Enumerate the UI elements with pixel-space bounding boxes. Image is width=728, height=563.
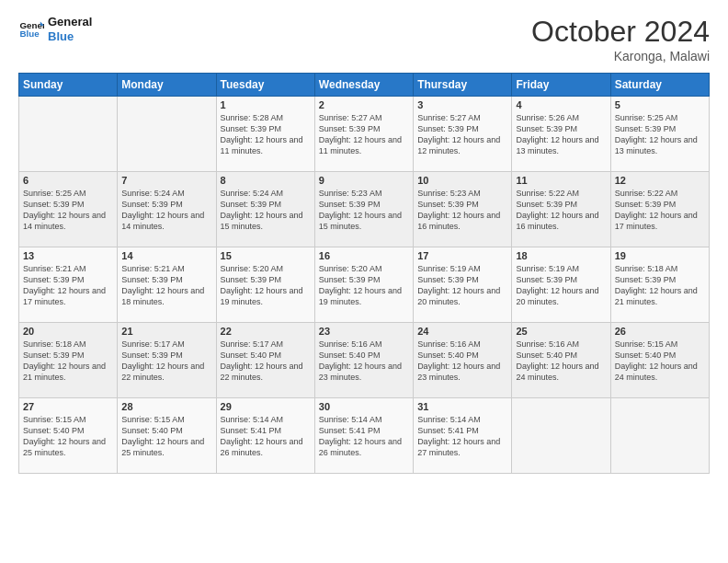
day-info: Sunrise: 5:21 AM Sunset: 5:39 PM Dayligh… [23,263,113,308]
day-info: Sunrise: 5:23 AM Sunset: 5:39 PM Dayligh… [319,188,409,233]
calendar-cell: 9Sunrise: 5:23 AM Sunset: 5:39 PM Daylig… [314,172,413,247]
calendar-cell: 8Sunrise: 5:24 AM Sunset: 5:39 PM Daylig… [216,172,314,247]
day-info: Sunrise: 5:19 AM Sunset: 5:39 PM Dayligh… [417,263,507,308]
calendar-day-header: Monday [118,74,216,97]
day-number: 19 [615,250,705,261]
day-info: Sunrise: 5:25 AM Sunset: 5:39 PM Dayligh… [615,112,705,157]
day-info: Sunrise: 5:16 AM Sunset: 5:40 PM Dayligh… [417,339,507,384]
calendar-cell: 26Sunrise: 5:15 AM Sunset: 5:40 PM Dayli… [610,323,709,398]
svg-text:Blue: Blue [19,29,40,39]
day-info: Sunrise: 5:16 AM Sunset: 5:40 PM Dayligh… [319,339,409,384]
header: General Blue General Blue October 2024 K… [18,15,710,63]
calendar-cell: 31Sunrise: 5:14 AM Sunset: 5:41 PM Dayli… [414,398,512,474]
day-info: Sunrise: 5:19 AM Sunset: 5:39 PM Dayligh… [516,263,606,308]
day-number: 9 [319,175,409,186]
calendar-week-row: 6Sunrise: 5:25 AM Sunset: 5:39 PM Daylig… [19,172,710,247]
day-info: Sunrise: 5:15 AM Sunset: 5:40 PM Dayligh… [121,414,211,459]
day-info: Sunrise: 5:28 AM Sunset: 5:39 PM Dayligh… [221,112,311,157]
day-info: Sunrise: 5:25 AM Sunset: 5:39 PM Dayligh… [23,188,113,233]
day-number: 29 [221,401,311,412]
calendar-day-header: Friday [512,74,610,97]
calendar-cell: 17Sunrise: 5:19 AM Sunset: 5:39 PM Dayli… [414,247,512,323]
day-info: Sunrise: 5:17 AM Sunset: 5:40 PM Dayligh… [221,339,311,384]
calendar-cell: 24Sunrise: 5:16 AM Sunset: 5:40 PM Dayli… [414,323,512,398]
calendar-cell: 23Sunrise: 5:16 AM Sunset: 5:40 PM Dayli… [314,323,413,398]
calendar-cell: 30Sunrise: 5:14 AM Sunset: 5:41 PM Dayli… [314,398,413,474]
location: Karonga, Malawi [531,49,710,63]
calendar-day-header: Saturday [610,74,709,97]
logo-line2: Blue [48,29,92,44]
calendar-week-row: 1Sunrise: 5:28 AM Sunset: 5:39 PM Daylig… [19,97,710,172]
day-number: 23 [319,326,409,337]
day-number: 18 [516,250,606,261]
day-number: 10 [417,175,507,186]
calendar-cell [118,97,216,172]
day-number: 25 [516,326,606,337]
day-number: 16 [319,250,409,261]
calendar-cell: 28Sunrise: 5:15 AM Sunset: 5:40 PM Dayli… [118,398,216,474]
calendar-cell: 20Sunrise: 5:18 AM Sunset: 5:39 PM Dayli… [19,323,118,398]
calendar-day-header: Tuesday [216,74,314,97]
calendar-cell: 5Sunrise: 5:25 AM Sunset: 5:39 PM Daylig… [610,97,709,172]
logo: General Blue General Blue [18,15,92,43]
calendar-cell: 18Sunrise: 5:19 AM Sunset: 5:39 PM Dayli… [512,247,610,323]
day-number: 15 [221,250,311,261]
day-info: Sunrise: 5:20 AM Sunset: 5:39 PM Dayligh… [221,263,311,308]
day-info: Sunrise: 5:14 AM Sunset: 5:41 PM Dayligh… [319,414,409,459]
calendar-cell [610,398,709,474]
calendar-cell: 2Sunrise: 5:27 AM Sunset: 5:39 PM Daylig… [314,97,413,172]
calendar-cell: 21Sunrise: 5:17 AM Sunset: 5:39 PM Dayli… [118,323,216,398]
calendar-cell: 3Sunrise: 5:27 AM Sunset: 5:39 PM Daylig… [414,97,512,172]
day-info: Sunrise: 5:27 AM Sunset: 5:39 PM Dayligh… [417,112,507,157]
calendar-cell: 19Sunrise: 5:18 AM Sunset: 5:39 PM Dayli… [610,247,709,323]
day-info: Sunrise: 5:15 AM Sunset: 5:40 PM Dayligh… [23,414,113,459]
calendar-cell: 29Sunrise: 5:14 AM Sunset: 5:41 PM Dayli… [216,398,314,474]
day-info: Sunrise: 5:23 AM Sunset: 5:39 PM Dayligh… [417,188,507,233]
day-number: 11 [516,175,606,186]
day-number: 13 [23,250,113,261]
day-info: Sunrise: 5:14 AM Sunset: 5:41 PM Dayligh… [417,414,507,459]
calendar-cell [512,398,610,474]
day-number: 3 [417,99,507,110]
calendar-cell: 6Sunrise: 5:25 AM Sunset: 5:39 PM Daylig… [19,172,118,247]
day-info: Sunrise: 5:22 AM Sunset: 5:39 PM Dayligh… [516,188,606,233]
day-number: 21 [121,326,211,337]
calendar-cell: 1Sunrise: 5:28 AM Sunset: 5:39 PM Daylig… [216,97,314,172]
calendar-cell: 10Sunrise: 5:23 AM Sunset: 5:39 PM Dayli… [414,172,512,247]
day-info: Sunrise: 5:18 AM Sunset: 5:39 PM Dayligh… [615,263,705,308]
day-info: Sunrise: 5:27 AM Sunset: 5:39 PM Dayligh… [319,112,409,157]
day-number: 6 [23,175,113,186]
day-info: Sunrise: 5:15 AM Sunset: 5:40 PM Dayligh… [615,339,705,384]
calendar-cell: 27Sunrise: 5:15 AM Sunset: 5:40 PM Dayli… [19,398,118,474]
calendar-day-header: Wednesday [314,74,413,97]
calendar-week-row: 13Sunrise: 5:21 AM Sunset: 5:39 PM Dayli… [19,247,710,323]
calendar-day-header: Thursday [414,74,512,97]
calendar-cell [19,97,118,172]
day-number: 30 [319,401,409,412]
day-info: Sunrise: 5:26 AM Sunset: 5:39 PM Dayligh… [516,112,606,157]
day-info: Sunrise: 5:22 AM Sunset: 5:39 PM Dayligh… [615,188,705,233]
calendar-week-row: 27Sunrise: 5:15 AM Sunset: 5:40 PM Dayli… [19,398,710,474]
day-info: Sunrise: 5:14 AM Sunset: 5:41 PM Dayligh… [221,414,311,459]
title-block: October 2024 Karonga, Malawi [531,15,710,63]
calendar-cell: 16Sunrise: 5:20 AM Sunset: 5:39 PM Dayli… [314,247,413,323]
day-number: 24 [417,326,507,337]
day-info: Sunrise: 5:17 AM Sunset: 5:39 PM Dayligh… [121,339,211,384]
calendar-header-row: SundayMondayTuesdayWednesdayThursdayFrid… [19,74,710,97]
day-number: 14 [121,250,211,261]
day-number: 8 [221,175,311,186]
calendar-cell: 7Sunrise: 5:24 AM Sunset: 5:39 PM Daylig… [118,172,216,247]
calendar-week-row: 20Sunrise: 5:18 AM Sunset: 5:39 PM Dayli… [19,323,710,398]
calendar-cell: 22Sunrise: 5:17 AM Sunset: 5:40 PM Dayli… [216,323,314,398]
day-number: 26 [615,326,705,337]
day-info: Sunrise: 5:20 AM Sunset: 5:39 PM Dayligh… [319,263,409,308]
day-number: 7 [121,175,211,186]
calendar-cell: 12Sunrise: 5:22 AM Sunset: 5:39 PM Dayli… [610,172,709,247]
calendar-day-header: Sunday [19,74,118,97]
day-number: 22 [221,326,311,337]
calendar-cell: 14Sunrise: 5:21 AM Sunset: 5:39 PM Dayli… [118,247,216,323]
calendar-cell: 11Sunrise: 5:22 AM Sunset: 5:39 PM Dayli… [512,172,610,247]
day-info: Sunrise: 5:21 AM Sunset: 5:39 PM Dayligh… [121,263,211,308]
calendar-cell: 4Sunrise: 5:26 AM Sunset: 5:39 PM Daylig… [512,97,610,172]
logo-icon: General Blue [18,17,44,42]
